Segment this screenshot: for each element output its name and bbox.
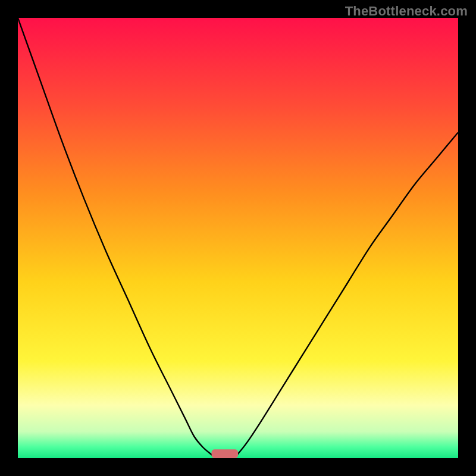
plot-area — [18, 18, 458, 458]
gradient-background — [18, 18, 458, 458]
chart-svg — [18, 18, 458, 458]
chart-frame: TheBottleneck.com — [0, 0, 476, 476]
watermark-label: TheBottleneck.com — [345, 4, 468, 19]
bottleneck-marker — [212, 449, 238, 458]
